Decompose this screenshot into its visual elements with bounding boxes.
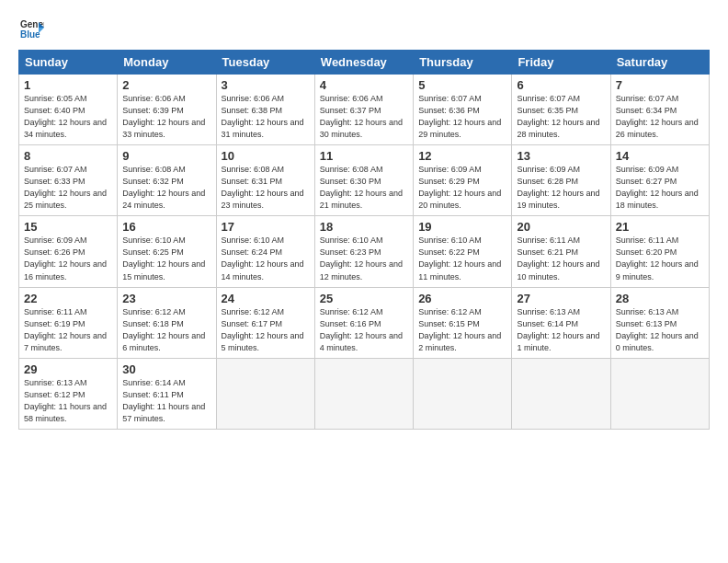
table-row: 27Sunrise: 6:13 AMSunset: 6:14 PMDayligh… [512, 287, 610, 358]
table-row: 10Sunrise: 6:08 AMSunset: 6:31 PMDayligh… [216, 145, 314, 216]
day-info: Sunrise: 6:09 AMSunset: 6:27 PMDaylight:… [616, 164, 704, 212]
day-info: Sunrise: 6:08 AMSunset: 6:30 PMDaylight:… [320, 164, 408, 212]
day-info: Sunrise: 6:11 AMSunset: 6:19 PMDaylight:… [24, 306, 112, 354]
table-row: 19Sunrise: 6:10 AMSunset: 6:22 PMDayligh… [414, 216, 512, 287]
day-number: 13 [517, 149, 605, 163]
day-number: 16 [122, 220, 210, 234]
day-number: 30 [122, 362, 210, 376]
day-info: Sunrise: 6:12 AMSunset: 6:17 PMDaylight:… [222, 306, 310, 354]
day-number: 4 [320, 78, 408, 92]
logo-icon: General Blue [18, 15, 44, 40]
day-info: Sunrise: 6:10 AMSunset: 6:25 PMDaylight:… [122, 235, 210, 282]
col-sunday: Sunday [19, 51, 118, 75]
header: General Blue [18, 15, 710, 40]
table-row: 29Sunrise: 6:13 AMSunset: 6:12 PMDayligh… [19, 358, 118, 429]
calendar-row: 29Sunrise: 6:13 AMSunset: 6:12 PMDayligh… [19, 358, 710, 429]
table-row: 8Sunrise: 6:07 AMSunset: 6:33 PMDaylight… [19, 145, 118, 216]
table-row: 16Sunrise: 6:10 AMSunset: 6:25 PMDayligh… [118, 216, 216, 287]
calendar-table: Sunday Monday Tuesday Wednesday Thursday… [18, 50, 710, 430]
table-row [512, 358, 610, 429]
day-number: 25 [320, 292, 408, 305]
day-info: Sunrise: 6:07 AMSunset: 6:36 PMDaylight:… [418, 93, 506, 141]
table-row: 2Sunrise: 6:06 AMSunset: 6:39 PMDaylight… [118, 75, 216, 145]
day-info: Sunrise: 6:07 AMSunset: 6:35 PMDaylight:… [517, 93, 605, 141]
day-info: Sunrise: 6:07 AMSunset: 6:33 PMDaylight:… [24, 164, 112, 212]
day-info: Sunrise: 6:12 AMSunset: 6:18 PMDaylight:… [122, 306, 210, 354]
day-number: 21 [616, 220, 704, 234]
day-number: 26 [418, 292, 506, 305]
day-number: 5 [418, 78, 506, 92]
table-row: 6Sunrise: 6:07 AMSunset: 6:35 PMDaylight… [512, 75, 610, 145]
day-number: 10 [222, 149, 310, 163]
day-number: 19 [418, 220, 506, 234]
day-info: Sunrise: 6:06 AMSunset: 6:39 PMDaylight:… [122, 93, 210, 141]
calendar-row: 15Sunrise: 6:09 AMSunset: 6:26 PMDayligh… [19, 216, 710, 287]
day-info: Sunrise: 6:08 AMSunset: 6:31 PMDaylight:… [222, 164, 310, 212]
table-row: 14Sunrise: 6:09 AMSunset: 6:27 PMDayligh… [610, 145, 709, 216]
day-info: Sunrise: 6:10 AMSunset: 6:23 PMDaylight:… [320, 235, 408, 282]
day-number: 29 [24, 362, 112, 376]
day-number: 11 [320, 149, 408, 163]
table-row: 22Sunrise: 6:11 AMSunset: 6:19 PMDayligh… [19, 287, 118, 358]
day-info: Sunrise: 6:13 AMSunset: 6:13 PMDaylight:… [616, 306, 704, 354]
table-row [414, 358, 512, 429]
table-row: 17Sunrise: 6:10 AMSunset: 6:24 PMDayligh… [216, 216, 314, 287]
calendar-row: 8Sunrise: 6:07 AMSunset: 6:33 PMDaylight… [19, 145, 710, 216]
table-row [216, 358, 314, 429]
calendar-row: 1Sunrise: 6:05 AMSunset: 6:40 PMDaylight… [19, 75, 710, 145]
table-row [314, 358, 413, 429]
day-info: Sunrise: 6:10 AMSunset: 6:22 PMDaylight:… [418, 235, 506, 282]
col-wednesday: Wednesday [314, 51, 413, 75]
page: General Blue Sunday Monday Tuesday Wedne… [0, 0, 728, 563]
calendar-row: 22Sunrise: 6:11 AMSunset: 6:19 PMDayligh… [19, 287, 710, 358]
table-row: 23Sunrise: 6:12 AMSunset: 6:18 PMDayligh… [118, 287, 216, 358]
day-info: Sunrise: 6:08 AMSunset: 6:32 PMDaylight:… [122, 164, 210, 212]
day-info: Sunrise: 6:05 AMSunset: 6:40 PMDaylight:… [24, 93, 112, 141]
day-number: 27 [517, 292, 605, 305]
table-row: 18Sunrise: 6:10 AMSunset: 6:23 PMDayligh… [314, 216, 413, 287]
day-number: 24 [222, 292, 310, 305]
table-row: 5Sunrise: 6:07 AMSunset: 6:36 PMDaylight… [414, 75, 512, 145]
col-tuesday: Tuesday [216, 51, 314, 75]
col-friday: Friday [512, 51, 610, 75]
day-info: Sunrise: 6:14 AMSunset: 6:11 PMDaylight:… [122, 377, 210, 425]
day-info: Sunrise: 6:11 AMSunset: 6:20 PMDaylight:… [616, 235, 704, 282]
table-row: 13Sunrise: 6:09 AMSunset: 6:28 PMDayligh… [512, 145, 610, 216]
day-number: 17 [222, 220, 310, 234]
day-number: 1 [24, 78, 112, 92]
table-row: 12Sunrise: 6:09 AMSunset: 6:29 PMDayligh… [414, 145, 512, 216]
day-number: 18 [320, 220, 408, 234]
logo: General Blue [18, 15, 46, 40]
day-info: Sunrise: 6:06 AMSunset: 6:38 PMDaylight:… [222, 93, 310, 141]
day-number: 15 [24, 220, 112, 234]
day-info: Sunrise: 6:09 AMSunset: 6:26 PMDaylight:… [24, 235, 112, 282]
day-number: 20 [517, 220, 605, 234]
day-info: Sunrise: 6:06 AMSunset: 6:37 PMDaylight:… [320, 93, 408, 141]
day-info: Sunrise: 6:07 AMSunset: 6:34 PMDaylight:… [616, 93, 704, 141]
table-row: 26Sunrise: 6:12 AMSunset: 6:15 PMDayligh… [414, 287, 512, 358]
day-number: 6 [517, 78, 605, 92]
day-info: Sunrise: 6:13 AMSunset: 6:14 PMDaylight:… [517, 306, 605, 354]
table-row [610, 358, 709, 429]
table-row: 9Sunrise: 6:08 AMSunset: 6:32 PMDaylight… [118, 145, 216, 216]
day-number: 22 [24, 292, 112, 305]
svg-text:Blue: Blue [20, 29, 40, 40]
day-info: Sunrise: 6:12 AMSunset: 6:16 PMDaylight:… [320, 306, 408, 354]
day-info: Sunrise: 6:10 AMSunset: 6:24 PMDaylight:… [222, 235, 310, 282]
day-info: Sunrise: 6:09 AMSunset: 6:29 PMDaylight:… [418, 164, 506, 212]
day-number: 3 [222, 78, 310, 92]
col-thursday: Thursday [414, 51, 512, 75]
col-saturday: Saturday [610, 51, 709, 75]
day-number: 28 [616, 292, 704, 305]
table-row: 1Sunrise: 6:05 AMSunset: 6:40 PMDaylight… [19, 75, 118, 145]
table-row: 20Sunrise: 6:11 AMSunset: 6:21 PMDayligh… [512, 216, 610, 287]
col-monday: Monday [118, 51, 216, 75]
day-info: Sunrise: 6:12 AMSunset: 6:15 PMDaylight:… [418, 306, 506, 354]
table-row: 30Sunrise: 6:14 AMSunset: 6:11 PMDayligh… [118, 358, 216, 429]
table-row: 28Sunrise: 6:13 AMSunset: 6:13 PMDayligh… [610, 287, 709, 358]
table-row: 7Sunrise: 6:07 AMSunset: 6:34 PMDaylight… [610, 75, 709, 145]
table-row: 11Sunrise: 6:08 AMSunset: 6:30 PMDayligh… [314, 145, 413, 216]
table-row: 15Sunrise: 6:09 AMSunset: 6:26 PMDayligh… [19, 216, 118, 287]
day-number: 14 [616, 149, 704, 163]
table-row: 4Sunrise: 6:06 AMSunset: 6:37 PMDaylight… [314, 75, 413, 145]
